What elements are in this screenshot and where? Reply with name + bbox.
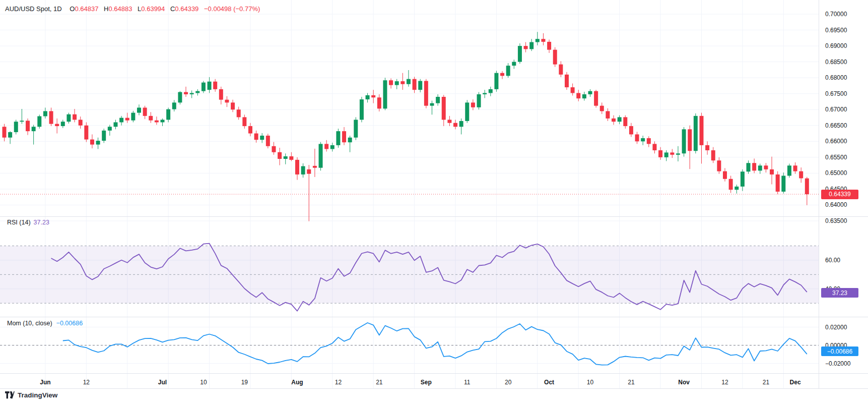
price-axis-label: 0.68000 [825,74,847,82]
price-axis-label: 0.64000 [825,201,847,209]
mom-legend[interactable]: Mom (10, close)−0.00686 [7,320,83,327]
time-axis-label: Nov [678,378,690,386]
change-value: −0.00498 (−0.77%) [204,5,260,13]
time-axis-label: 12 [721,378,728,386]
time-axis-label: 20 [505,378,511,386]
price-axis-label: 0.67500 [825,90,847,98]
symbol-title: AUD/USD Spot, 1D [5,5,62,13]
time-axis-label: 21 [376,378,382,386]
mom-title: Mom (10, close) [7,320,52,327]
time-axis-label: 10 [587,378,593,386]
price-axis-label: 0.65500 [825,153,847,161]
rsi-legend[interactable]: RSI (14)37.23 [7,219,49,226]
time-axis-label: 21 [628,378,634,386]
open-label: O [70,5,75,13]
time-axis-label: Jun [40,378,50,386]
close-value: 0.64339 [175,5,198,13]
rsi-value: 37.23 [34,219,49,226]
candlestick-series [3,32,809,221]
price-axis-label: 0.68500 [825,58,847,66]
time-axis-label: Sep [421,378,432,386]
price-axis-label: 0.69500 [825,26,847,34]
price-axis-label: 0.65000 [825,169,847,177]
price-axis-label: 0.63500 [825,217,847,225]
time-axis-label: Aug [291,378,303,386]
price-axis-label: 0.66000 [825,137,847,145]
tradingview-logo-icon [5,391,15,399]
time-axis-label: 12 [335,378,342,386]
time-axis-label: 21 [763,378,769,386]
time-axis-label: 19 [241,378,248,386]
time-axis-label: 11 [464,378,470,386]
price-axis-label: 0.70000 [825,10,847,18]
price-axis-label: 0.66500 [825,122,847,130]
tradingview-attribution[interactable]: TradingView [5,391,57,399]
rsi-title: RSI (14) [7,219,31,226]
high-value: 0.64883 [108,5,132,13]
price-axis-label: 0.69000 [825,42,847,50]
chart-canvas[interactable] [0,0,868,405]
time-axis-label: Oct [544,378,554,386]
time-axis-label: Jul [158,378,167,386]
time-axis-label: 10 [200,378,207,386]
mom-axis-label: 0.02000 [825,323,847,331]
open-value: 0.64837 [75,5,98,13]
mom-axis-label: −0.02000 [825,360,850,368]
rsi-axis-label: 60.00 [825,256,840,264]
low-value: 0.63994 [141,5,165,13]
mom-value-badge: −0.00686 [821,346,858,356]
close-label: C [170,5,175,13]
last-price-badge: 0.64339 [821,190,858,199]
brand-name: TradingView [18,391,57,399]
symbol-legend[interactable]: AUD/USD Spot, 1D O0.64837 H0.64883 L0.63… [5,5,260,13]
price-axis-label: 0.67000 [825,105,847,113]
mom-value: −0.00686 [56,320,83,327]
chart-root: AUD/USD Spot, 1D O0.64837 H0.64883 L0.63… [0,0,868,405]
time-axis-label: Dec [790,378,801,386]
time-axis-label: 12 [83,378,90,386]
rsi-value-badge: 37.23 [821,288,858,298]
mom-line [63,323,807,365]
